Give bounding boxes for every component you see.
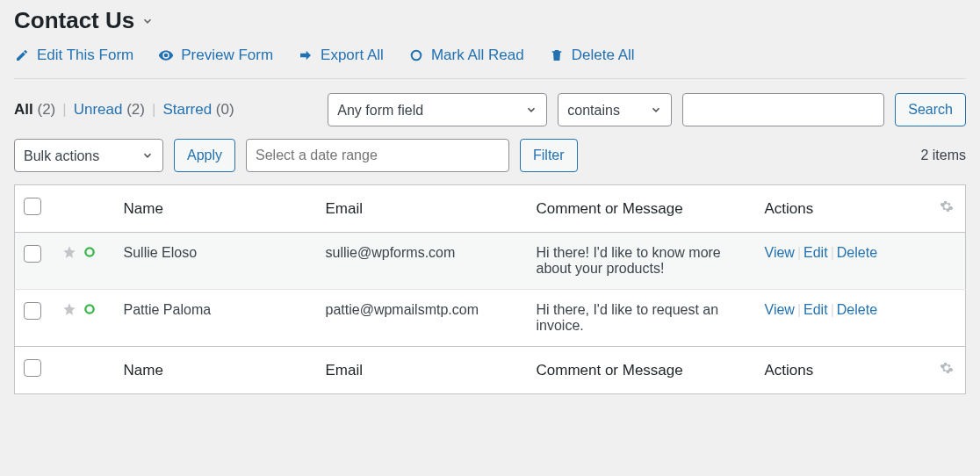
page-title: Contact Us <box>14 7 134 34</box>
date-range-input[interactable] <box>246 139 509 172</box>
col-name-footer[interactable]: Name <box>115 347 317 394</box>
export-icon <box>298 47 313 63</box>
tab-unread[interactable]: Unread (2) <box>74 101 145 119</box>
cell-message: Hi there! I'd like to know more about yo… <box>528 233 756 290</box>
export-all-label: Export All <box>321 47 384 64</box>
delete-all-link[interactable]: Delete All <box>549 47 635 64</box>
operator-select[interactable]: contains <box>558 93 672 126</box>
row-checkbox[interactable] <box>24 302 41 320</box>
status-tabs: All (2) | Unread (2) | Starred (0) <box>14 101 234 119</box>
star-icon[interactable] <box>62 245 76 263</box>
preview-form-label: Preview Form <box>181 47 273 64</box>
cell-name: Sullie Eloso <box>115 233 317 290</box>
row-checkbox[interactable] <box>24 245 41 263</box>
delete-link[interactable]: Delete <box>837 302 877 317</box>
cell-email: pattie@wpmailsmtp.com <box>317 290 528 347</box>
col-email[interactable]: Email <box>317 185 528 233</box>
cell-actions: View|Edit|Delete <box>756 290 966 347</box>
tab-starred[interactable]: Starred (0) <box>162 101 234 119</box>
cell-email: sullie@wpforms.com <box>317 233 528 290</box>
view-link[interactable]: View <box>765 245 795 260</box>
apply-button[interactable]: Apply <box>174 139 235 172</box>
circle-icon <box>408 47 424 63</box>
svg-point-0 <box>412 51 422 61</box>
export-all-link[interactable]: Export All <box>298 47 384 64</box>
tab-all[interactable]: All (2) <box>14 101 55 119</box>
edit-link[interactable]: Edit <box>803 245 828 260</box>
entries-table: Name Email Comment or Message Actions Su… <box>14 184 966 394</box>
select-all-checkbox[interactable] <box>24 198 41 215</box>
search-button[interactable]: Search <box>895 93 966 126</box>
unread-icon[interactable] <box>83 246 96 262</box>
secondary-filter-row: Bulk actions Apply Filter 2 items <box>14 139 966 172</box>
bulk-actions-select[interactable]: Bulk actions <box>14 139 163 172</box>
gear-icon-footer[interactable] <box>940 362 954 379</box>
tab-all-label: All <box>14 101 33 118</box>
cell-name: Pattie Paloma <box>115 290 317 347</box>
col-actions-footer: Actions <box>756 347 931 394</box>
mark-read-label: Mark All Read <box>431 47 524 64</box>
filter-row: All (2) | Unread (2) | Starred (0) Any f… <box>14 79 966 126</box>
cell-actions: View|Edit|Delete <box>756 233 966 290</box>
delete-link[interactable]: Delete <box>837 245 877 260</box>
select-all-checkbox-footer[interactable] <box>24 359 41 377</box>
separator: | <box>62 101 66 119</box>
svg-point-2 <box>85 305 93 313</box>
col-actions: Actions <box>756 185 931 233</box>
col-message-footer[interactable]: Comment or Message <box>528 347 756 394</box>
tab-starred-count: (0) <box>216 101 234 118</box>
tab-all-count: (2) <box>37 101 55 118</box>
unread-icon[interactable] <box>83 303 96 319</box>
tab-starred-label: Starred <box>162 101 212 118</box>
view-link[interactable]: View <box>765 302 795 317</box>
toolbar: Edit This Form Preview Form Export All M… <box>14 47 966 79</box>
delete-all-label: Delete All <box>572 47 635 64</box>
star-icon[interactable] <box>62 302 76 320</box>
table-footer-row: Name Email Comment or Message Actions <box>15 347 966 394</box>
edit-link[interactable]: Edit <box>803 302 828 317</box>
eye-icon <box>158 47 174 63</box>
filter-button[interactable]: Filter <box>520 139 578 172</box>
svg-point-1 <box>85 248 93 256</box>
edit-form-link[interactable]: Edit This Form <box>14 47 133 64</box>
field-select[interactable]: Any form field <box>328 93 547 126</box>
separator: | <box>152 101 155 119</box>
preview-form-link[interactable]: Preview Form <box>158 47 273 64</box>
table-row: Sullie Eloso sullie@wpforms.com Hi there… <box>15 233 966 290</box>
gear-icon[interactable] <box>940 200 954 217</box>
pencil-icon <box>14 47 30 63</box>
mark-read-link[interactable]: Mark All Read <box>408 47 524 64</box>
table-header-row: Name Email Comment or Message Actions <box>15 185 966 233</box>
edit-form-label: Edit This Form <box>37 47 133 64</box>
tab-unread-count: (2) <box>126 101 145 118</box>
col-name[interactable]: Name <box>115 185 317 233</box>
chevron-down-icon[interactable] <box>141 15 154 27</box>
tab-unread-label: Unread <box>74 101 123 118</box>
table-row: Pattie Paloma pattie@wpmailsmtp.com Hi t… <box>15 290 966 347</box>
col-email-footer[interactable]: Email <box>317 347 528 394</box>
page-title-row: Contact Us <box>14 0 966 47</box>
search-input[interactable] <box>682 93 884 126</box>
col-message[interactable]: Comment or Message <box>528 185 756 233</box>
trash-icon <box>549 47 565 63</box>
cell-message: Hi there, I'd like to request an invoice… <box>528 290 756 347</box>
items-count: 2 items <box>920 148 966 163</box>
